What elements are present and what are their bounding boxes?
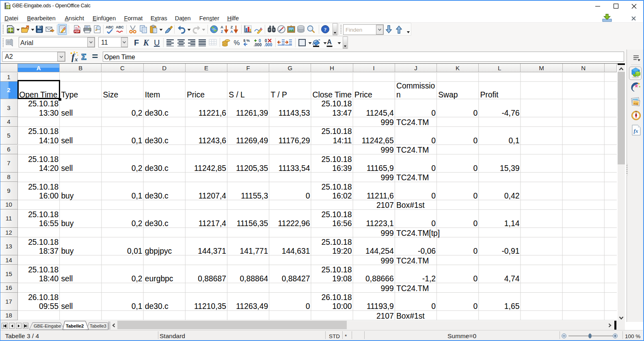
svg-text:Tabelle3: Tabelle3	[90, 324, 106, 328]
svg-text:x: x	[74, 56, 78, 62]
svg-text:Tabelle2: Tabelle2	[66, 324, 84, 328]
svg-text:?: ?	[324, 26, 326, 32]
svg-text:A: A	[220, 25, 223, 29]
svg-text:$: $	[243, 38, 246, 43]
svg-text:Σ: Σ	[81, 52, 86, 61]
svg-text:ABC: ABC	[116, 25, 124, 29]
svg-text:%: %	[233, 39, 240, 47]
svg-text:.000: .000	[254, 43, 262, 47]
svg-text:PDF: PDF	[74, 30, 80, 33]
svg-text:A: A	[327, 39, 332, 45]
svg-text:.000: .000	[264, 43, 272, 47]
svg-text:A: A	[230, 30, 233, 34]
svg-text:GBE-Eingabe: GBE-Eingabe	[34, 324, 61, 328]
svg-text:Z: Z	[231, 25, 233, 29]
svg-text:%: %	[246, 38, 250, 43]
svg-text:ABC: ABC	[106, 25, 114, 29]
svg-text:fx: fx	[634, 128, 638, 134]
svg-text:Z: Z	[221, 30, 223, 34]
svg-text:N: N	[635, 110, 637, 113]
